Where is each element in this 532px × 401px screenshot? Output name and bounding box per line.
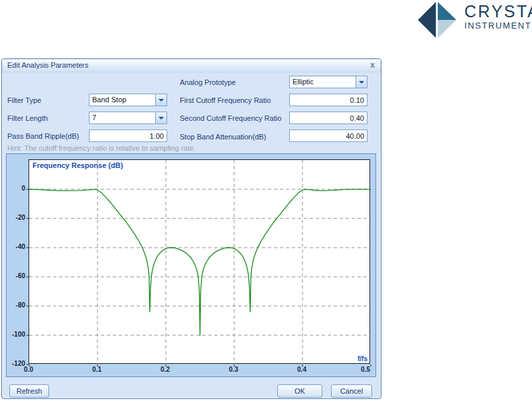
frequency-response-chart-panel: Frequency Response (dB) f/fs 0-20-40-60-… [6,153,376,377]
dropdown-button[interactable] [155,94,166,106]
brand-text: CRYSTAL INSTRUMENTS [464,3,532,31]
dialog-title: Edit Analysis Parameters [7,61,88,69]
stop-band-attenuation-label: Stop Band Attenuation(dB) [180,133,266,141]
chevron-down-icon [159,117,164,120]
filter-type-label: Filter Type [7,96,41,104]
x-tick-label: 0.5 [356,366,375,373]
dropdown-button[interactable] [356,76,367,88]
first-cutoff-input[interactable] [289,94,367,106]
x-axis-label: f/fs [358,355,367,362]
analog-prototype-label: Analog Prototype [180,78,235,86]
close-icon[interactable]: x [370,60,375,70]
pass-band-ripple-label: Pass Band Ripple(dB) [7,132,79,140]
edit-analysis-parameters-dialog: Edit Analysis Parameters x Analog Protot… [1,58,381,399]
frequency-response-curve [29,160,371,364]
y-tick-label: -60 [7,272,25,280]
cancel-button[interactable]: Cancel [331,384,372,398]
y-tick-label: -20 [7,214,25,221]
dialog-titlebar[interactable]: Edit Analysis Parameters x [2,59,381,72]
refresh-button[interactable]: Refresh [9,384,49,398]
y-tick-label: -40 [7,243,25,250]
filter-length-dropdown[interactable]: 7 [89,112,167,124]
x-tick-label: 0.2 [155,366,175,373]
x-tick-label: 0.3 [224,366,243,373]
y-tick-label: -80 [7,301,25,309]
chevron-down-icon [359,81,364,84]
chevron-down-icon [159,99,164,102]
hint-text: Hint: The cutoff frequency ratio is rela… [7,144,196,152]
y-tick-label: -100 [7,331,25,338]
diamond-logo-icon [418,2,456,39]
brand-name: CRYSTAL [464,3,532,21]
stop-band-attenuation-input[interactable] [289,129,367,142]
analog-prototype-value: Elliptic [293,78,314,86]
dropdown-button[interactable] [155,112,166,123]
second-cutoff-label: Second Cutoff Frequency Ratio [180,114,281,122]
first-cutoff-label: First Cutoff Frequency Ratio [180,96,271,104]
crystal-instruments-logo: CRYSTAL INSTRUMENTS [418,1,532,40]
filter-type-dropdown[interactable]: Band Stop [89,94,167,106]
x-tick-label: 0.4 [292,366,312,373]
x-tick-label: 0.1 [87,366,107,373]
ok-button[interactable]: OK [277,384,322,398]
filter-type-value: Band Stop [92,96,126,104]
chart-title: Frequency Response (dB) [33,161,123,169]
filter-length-value: 7 [92,114,96,121]
page: CRYSTAL INSTRUMENTS Edit Analysis Parame… [0,0,532,401]
plot-area: Frequency Response (dB) f/fs [29,159,370,364]
second-cutoff-input[interactable] [289,112,367,124]
analog-prototype-dropdown[interactable]: Elliptic [289,76,367,88]
y-tick-label: 0 [7,185,25,192]
x-tick-label: 0.0 [19,366,38,373]
pass-band-ripple-input[interactable] [89,129,167,142]
filter-length-label: Filter Length [7,114,48,122]
brand-subname: INSTRUMENTS [464,21,532,31]
